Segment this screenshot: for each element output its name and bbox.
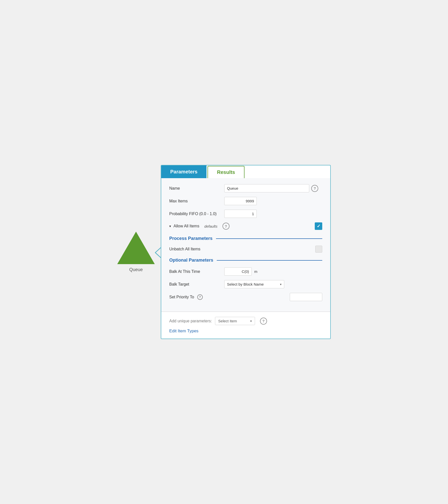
max-items-row: Max Items	[169, 197, 322, 205]
defaults-text: defaults	[204, 224, 218, 228]
probability-input[interactable]	[224, 210, 257, 218]
main-wrapper: Queue Parameters Results Name ? Max Item…	[117, 165, 331, 339]
check-icon: ✓	[317, 223, 320, 229]
panel-content: Name ? Max Items Probability FIFO (0.0 -…	[161, 178, 330, 312]
process-params-line	[216, 238, 322, 239]
allow-all-label: Allow All Items	[174, 224, 199, 228]
queue-label: Queue	[129, 267, 143, 272]
balk-target-dropdown[interactable]: Select by Block Name ▾	[224, 280, 284, 288]
process-params-title: Process Parameters	[169, 236, 212, 241]
unbatch-label: Unbatch All Items	[169, 247, 224, 251]
queue-triangle	[117, 232, 155, 264]
allow-all-help-icon[interactable]: ?	[222, 223, 230, 230]
unbatch-row: Unbatch All Items	[169, 246, 322, 253]
set-priority-input[interactable]	[290, 293, 322, 301]
name-help-icon[interactable]: ?	[311, 185, 318, 192]
max-items-label: Max Items	[169, 199, 224, 203]
tab-parameters[interactable]: Parameters	[161, 165, 206, 178]
name-row: Name ?	[169, 184, 322, 192]
probability-row: Probability FIFO (0.0 - 1.0)	[169, 210, 322, 218]
connector-arrow	[154, 247, 162, 258]
set-priority-label: Set Priority To ?	[169, 294, 224, 300]
name-input[interactable]	[224, 184, 309, 192]
balk-target-label: Balk Target	[169, 282, 224, 287]
balk-time-label: Balk At This Time	[169, 269, 224, 274]
panel-container: Parameters Results Name ? Max Items Prob…	[161, 165, 331, 339]
optional-params-header: Optional Parameters	[169, 258, 322, 263]
unbatch-checkbox[interactable]	[315, 246, 322, 253]
select-item-arrow: ▾	[250, 319, 252, 323]
balk-time-row: Balk At This Time m	[169, 267, 322, 276]
tab-results[interactable]: Results	[208, 166, 244, 178]
allow-all-chevron[interactable]: ▾	[169, 224, 171, 228]
name-label: Name	[169, 186, 224, 191]
set-priority-help-icon[interactable]: ?	[197, 294, 203, 300]
optional-params-line	[217, 260, 322, 261]
balk-target-arrow: ▾	[280, 283, 282, 286]
balk-time-inputs: m	[224, 267, 258, 276]
balk-target-row: Balk Target Select by Block Name ▾	[169, 280, 322, 288]
edit-item-types-link[interactable]: Edit Item Types	[169, 329, 198, 333]
allow-all-checkbox[interactable]: ✓	[315, 222, 322, 230]
add-unique-label: Add unique parameters:	[169, 319, 212, 323]
allow-all-row: ▾ Allow All Items defaults ? ✓	[169, 222, 322, 230]
balk-target-value: Select by Block Name	[227, 282, 278, 286]
add-unique-help-icon[interactable]: ?	[260, 318, 267, 325]
max-items-input[interactable]	[224, 197, 257, 205]
select-item-dropdown[interactable]: Select Item ▾	[215, 317, 255, 325]
probability-label: Probability FIFO (0.0 - 1.0)	[169, 212, 224, 216]
set-priority-row: Set Priority To ?	[169, 293, 322, 301]
balk-time-unit: m	[254, 269, 258, 274]
process-params-header: Process Parameters	[169, 236, 322, 241]
optional-params-title: Optional Parameters	[169, 258, 213, 263]
balk-time-input[interactable]	[224, 267, 252, 276]
queue-block: Queue	[117, 232, 155, 272]
tabs-row: Parameters Results	[161, 165, 330, 178]
bottom-section: Add unique parameters: Select Item ▾ ? E…	[161, 312, 330, 339]
add-unique-row: Add unique parameters: Select Item ▾ ?	[169, 317, 322, 325]
select-item-value: Select Item	[218, 319, 248, 323]
